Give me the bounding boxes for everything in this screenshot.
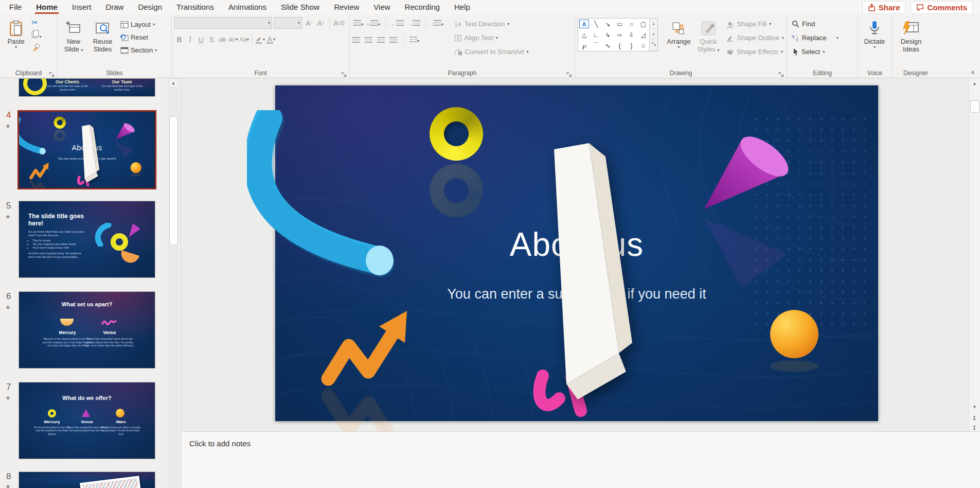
shrink-font-button[interactable]: A˅	[316, 18, 326, 28]
convert-to-smartart-button[interactable]: Convert to SmartArt▾	[454, 46, 529, 57]
share-button[interactable]: Share	[862, 1, 906, 14]
font-size-combobox[interactable]: ▾	[274, 17, 302, 29]
gallery-scroll-up[interactable]: ▴	[650, 19, 657, 29]
text-shadow-button[interactable]: S	[207, 34, 217, 45]
numbering-button[interactable]: ⅓▾	[367, 19, 380, 28]
underline-button[interactable]: U	[196, 34, 206, 45]
slide-7-thumbnail[interactable]: What do we offer? Mercury It's the close…	[19, 382, 155, 459]
shape-down-arrow[interactable]: ⇩	[626, 29, 637, 40]
main-scrollbar[interactable]: ▲ ▼ ▲▲ ▼▼	[969, 78, 980, 431]
shape-curve[interactable]: ∿	[602, 40, 614, 51]
shape-star[interactable]: ☆	[637, 40, 649, 51]
align-left-button[interactable]	[352, 37, 360, 43]
highlight-color-button[interactable]: ▾	[255, 34, 265, 45]
shape-right-brace[interactable]: }	[626, 40, 637, 51]
shape-left-brace[interactable]: {	[614, 40, 626, 51]
shape-textbox[interactable]: A	[579, 20, 589, 28]
justify-button[interactable]	[389, 37, 397, 43]
grow-font-button[interactable]: A^	[304, 18, 314, 28]
scroll-up-arrow[interactable]: ▲	[969, 79, 980, 88]
format-painter-button[interactable]	[31, 44, 41, 54]
previous-slide-button[interactable]: ▲▲	[970, 413, 979, 422]
slide-4-editing-surface[interactable]: About us You can enter a subtitle here i…	[275, 85, 878, 421]
tab-file[interactable]: File	[2, 0, 29, 14]
find-button[interactable]: Find	[792, 19, 839, 29]
bold-button[interactable]: B	[174, 34, 184, 45]
dictate-button[interactable]: Dictate ▾	[861, 17, 888, 68]
cut-icon[interactable]: ✂	[31, 19, 41, 26]
tab-transitions[interactable]: Transitions	[169, 0, 221, 14]
clear-formatting-button[interactable]: A⌫	[333, 18, 345, 28]
shape-outline-button[interactable]: Shape Outline▾	[726, 32, 783, 43]
drawing-dialog-launcher[interactable]	[778, 70, 785, 76]
reset-button[interactable]: Reset	[120, 31, 157, 43]
tab-design[interactable]: Design	[131, 0, 169, 14]
tab-recording[interactable]: Recording	[398, 0, 447, 14]
copy-button[interactable]: ▾	[31, 30, 41, 40]
paste-button[interactable]: Paste ▾	[3, 17, 29, 68]
tab-insert[interactable]: Insert	[65, 0, 99, 14]
tab-home[interactable]: Home	[29, 0, 65, 14]
design-ideas-button[interactable]: Design Ideas	[895, 17, 928, 68]
notes-placeholder[interactable]: Click to add notes	[189, 439, 251, 448]
arrange-button[interactable]: Arrange ▾	[664, 17, 693, 68]
italic-button[interactable]: I	[185, 34, 195, 45]
replace-button[interactable]: bc Replace ▾	[792, 32, 839, 43]
change-case-button[interactable]: Aa▾	[239, 34, 249, 45]
shape-triangle[interactable]: △	[578, 29, 590, 40]
main-scrollbar-thumb[interactable]	[970, 100, 979, 113]
font-name-combobox[interactable]: ▾	[174, 17, 272, 29]
shape-elbow[interactable]: ∟	[590, 29, 602, 40]
clipboard-dialog-launcher[interactable]	[49, 70, 55, 76]
font-dialog-launcher[interactable]	[341, 70, 347, 76]
font-color-button[interactable]: A▾	[266, 34, 276, 45]
gallery-more-button[interactable]: ▔▾	[650, 40, 657, 51]
text-direction-button[interactable]: A Text Direction▾	[454, 19, 529, 29]
shape-right-arrow[interactable]: ⇨	[614, 29, 626, 40]
section-button[interactable]: Section▾	[120, 44, 157, 56]
shape-line[interactable]: ╲	[590, 19, 602, 29]
reuse-slides-button[interactable]: Reuse Slides	[89, 17, 116, 68]
shape-fill-button[interactable]: Shape Fill▾	[726, 19, 783, 29]
shape-effects-button[interactable]: Shape Effects▾	[726, 46, 783, 57]
tab-slide-show[interactable]: Slide Show	[274, 0, 327, 14]
notes-pane[interactable]: Click to add notes	[182, 431, 980, 488]
character-spacing-button[interactable]: AV▾	[228, 34, 238, 45]
shape-oval[interactable]: ○	[626, 19, 637, 29]
shape-rectangle[interactable]: ▭	[614, 19, 626, 29]
shape-corner[interactable]: ◿	[637, 29, 649, 40]
decrease-indent-button[interactable]: ←	[391, 19, 404, 28]
slide-3-thumbnail[interactable]: Our Clients You can describe the topic o…	[19, 78, 155, 97]
line-spacing-button[interactable]: ↕▾	[431, 19, 443, 28]
slide-4-thumbnail[interactable]: About us You can enter a subtitle here i…	[17, 110, 156, 189]
paste-chevron[interactable]: ▾	[15, 45, 17, 49]
tab-draw[interactable]: Draw	[98, 0, 131, 14]
shape-rounded-rectangle[interactable]: ▢	[637, 19, 649, 29]
shape-scribble[interactable]: ℘	[578, 40, 590, 51]
align-right-button[interactable]	[377, 37, 385, 43]
collapse-ribbon-button[interactable]: ∧	[971, 69, 975, 76]
panel-scrollbar-thumb[interactable]	[169, 116, 178, 246]
tab-animations[interactable]: Animations	[221, 0, 274, 14]
layout-button[interactable]: Layout▾	[120, 19, 157, 30]
next-slide-button[interactable]: ▼▼	[970, 423, 979, 432]
strikethrough-button[interactable]: ab	[218, 34, 227, 45]
dictate-chevron[interactable]: ▾	[874, 45, 876, 49]
scroll-down-arrow[interactable]: ▼	[969, 403, 980, 411]
columns-button[interactable]: ▾	[410, 35, 419, 44]
slide-8-thumbnail[interactable]	[19, 472, 155, 488]
paragraph-dialog-launcher[interactable]	[566, 70, 573, 76]
increase-indent-button[interactable]: →	[407, 19, 420, 28]
align-center-button[interactable]	[365, 37, 372, 43]
thumbnail-panel-scrollbar[interactable]: ▲	[168, 78, 179, 488]
shape-elbow-arrow[interactable]: ↳	[602, 29, 614, 40]
bullets-button[interactable]: ∶▾	[352, 19, 363, 28]
tab-review[interactable]: Review	[327, 0, 366, 14]
shape-arrow-line[interactable]: ↘	[602, 19, 614, 29]
align-text-button[interactable]: Align Text▾	[454, 32, 529, 43]
tab-help[interactable]: Help	[447, 0, 477, 14]
comments-button[interactable]: Comments	[911, 1, 973, 14]
shape-arc[interactable]: ⌒	[590, 40, 602, 51]
panel-scroll-up-arrow[interactable]: ▲	[168, 78, 179, 88]
new-slide-button[interactable]: New Slide ▾	[60, 17, 87, 68]
